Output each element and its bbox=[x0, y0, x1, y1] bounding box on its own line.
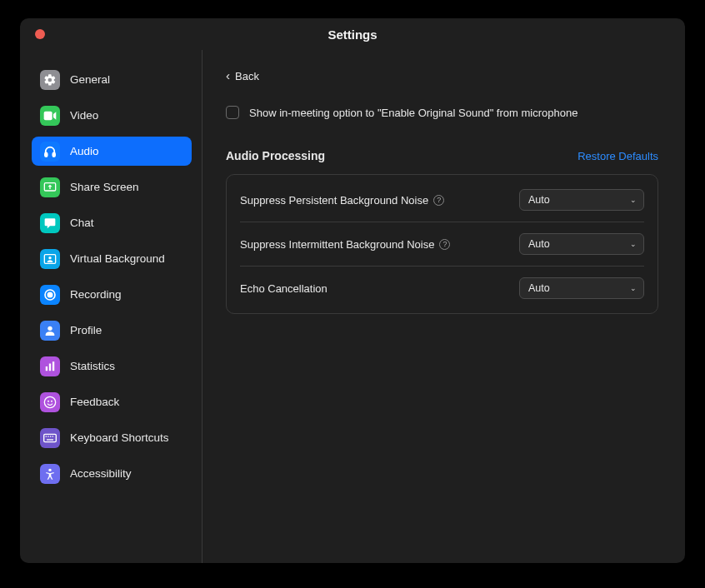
svg-rect-18 bbox=[50, 436, 51, 436]
svg-point-7 bbox=[48, 292, 52, 296]
svg-rect-2 bbox=[52, 152, 55, 157]
sidebar-item-label: Keyboard Shortcuts bbox=[70, 431, 169, 444]
sidebar-item-label: Virtual Background bbox=[70, 252, 165, 265]
sidebar-item-recording[interactable]: Recording bbox=[32, 280, 192, 309]
svg-rect-20 bbox=[47, 439, 53, 440]
svg-point-5 bbox=[48, 257, 51, 259]
setting-label: Echo Cancellation bbox=[240, 282, 328, 295]
sidebar-item-keyboard-shortcuts[interactable]: Keyboard Shortcuts bbox=[32, 423, 192, 452]
share-screen-icon bbox=[40, 177, 60, 197]
svg-rect-0 bbox=[44, 111, 52, 120]
back-button[interactable]: ‹ Back bbox=[226, 70, 259, 82]
settings-window: Settings General Video Audio bbox=[20, 18, 685, 563]
svg-rect-16 bbox=[46, 436, 47, 436]
svg-rect-17 bbox=[48, 436, 48, 436]
record-icon bbox=[40, 285, 60, 305]
sidebar-item-label: General bbox=[70, 73, 110, 86]
close-window-button[interactable] bbox=[35, 29, 45, 39]
video-icon bbox=[40, 106, 60, 126]
restore-defaults-link[interactable]: Restore Defaults bbox=[578, 150, 658, 162]
sidebar-item-feedback[interactable]: Feedback bbox=[32, 387, 192, 416]
sidebar-item-label: Audio bbox=[70, 145, 99, 157]
sidebar-item-general[interactable]: General bbox=[32, 65, 192, 94]
headphones-icon bbox=[40, 142, 60, 162]
svg-point-14 bbox=[51, 400, 52, 401]
person-bg-icon bbox=[40, 249, 60, 269]
sidebar-item-label: Recording bbox=[70, 288, 122, 301]
suppress-intermittent-noise-row: Suppress Intermittent Background Noise ?… bbox=[240, 222, 644, 267]
svg-rect-15 bbox=[44, 434, 57, 441]
svg-rect-10 bbox=[49, 363, 51, 371]
suppress-persistent-noise-select[interactable]: Auto ⌄ bbox=[519, 189, 644, 211]
original-sound-checkbox[interactable] bbox=[226, 106, 239, 119]
sidebar-item-label: Feedback bbox=[70, 396, 119, 408]
sidebar: General Video Audio Share Screen bbox=[20, 50, 202, 563]
chevron-down-icon: ⌄ bbox=[630, 284, 637, 292]
gear-icon bbox=[40, 70, 60, 90]
sidebar-item-label: Statistics bbox=[70, 360, 115, 372]
stats-icon bbox=[40, 356, 60, 376]
select-value: Auto bbox=[528, 194, 550, 206]
window-body: General Video Audio Share Screen bbox=[20, 50, 685, 563]
label-text: Suppress Intermittent Background Noise bbox=[240, 238, 434, 251]
sidebar-item-statistics[interactable]: Statistics bbox=[32, 351, 192, 381]
svg-point-21 bbox=[48, 468, 51, 471]
sidebar-item-chat[interactable]: Chat bbox=[32, 208, 192, 237]
echo-cancellation-row: Echo Cancellation Auto ⌄ bbox=[240, 267, 644, 310]
sidebar-item-label: Accessibility bbox=[70, 467, 132, 480]
chat-icon bbox=[40, 213, 60, 233]
original-sound-label: Show in-meeting option to "Enable Origin… bbox=[249, 107, 578, 119]
select-value: Auto bbox=[528, 282, 550, 294]
suppress-persistent-noise-row: Suppress Persistent Background Noise ? A… bbox=[240, 178, 644, 222]
svg-point-12 bbox=[44, 396, 55, 407]
chevron-left-icon: ‹ bbox=[226, 69, 230, 82]
setting-label: Suppress Persistent Background Noise ? bbox=[240, 194, 444, 207]
svg-rect-11 bbox=[52, 361, 54, 371]
audio-processing-panel: Suppress Persistent Background Noise ? A… bbox=[226, 174, 658, 314]
select-value: Auto bbox=[528, 238, 550, 250]
accessibility-icon bbox=[40, 464, 60, 484]
keyboard-icon bbox=[40, 428, 60, 448]
back-label: Back bbox=[235, 70, 259, 82]
echo-cancellation-select[interactable]: Auto ⌄ bbox=[519, 277, 644, 299]
sidebar-item-label: Video bbox=[70, 109, 98, 122]
feedback-icon bbox=[40, 392, 60, 412]
label-text: Suppress Persistent Background Noise bbox=[240, 194, 428, 207]
window-title: Settings bbox=[328, 27, 377, 42]
sidebar-item-label: Share Screen bbox=[70, 181, 139, 193]
label-text: Echo Cancellation bbox=[240, 282, 328, 295]
titlebar: Settings bbox=[20, 18, 685, 50]
chevron-down-icon: ⌄ bbox=[630, 240, 637, 248]
setting-label: Suppress Intermittent Background Noise ? bbox=[240, 238, 450, 251]
suppress-intermittent-noise-select[interactable]: Auto ⌄ bbox=[519, 233, 644, 255]
sidebar-item-label: Profile bbox=[70, 324, 102, 336]
section-title: Audio Processing bbox=[226, 149, 325, 162]
sidebar-item-label: Chat bbox=[70, 217, 94, 229]
traffic-lights bbox=[35, 29, 45, 39]
content-pane: ‹ Back Show in-meeting option to "Enable… bbox=[202, 50, 685, 563]
svg-rect-1 bbox=[45, 152, 48, 157]
svg-rect-9 bbox=[46, 366, 48, 371]
sidebar-item-profile[interactable]: Profile bbox=[32, 316, 192, 345]
sidebar-item-share-screen[interactable]: Share Screen bbox=[32, 172, 192, 202]
chevron-down-icon: ⌄ bbox=[630, 196, 637, 204]
svg-point-8 bbox=[48, 326, 52, 330]
sidebar-item-virtual-background[interactable]: Virtual Background bbox=[32, 244, 192, 273]
profile-icon bbox=[40, 321, 60, 341]
sidebar-item-audio[interactable]: Audio bbox=[32, 137, 192, 166]
audio-processing-header: Audio Processing Restore Defaults bbox=[226, 149, 658, 162]
original-sound-option-row: Show in-meeting option to "Enable Origin… bbox=[226, 106, 658, 119]
sidebar-item-video[interactable]: Video bbox=[32, 101, 192, 130]
sidebar-item-accessibility[interactable]: Accessibility bbox=[32, 459, 192, 488]
svg-point-13 bbox=[48, 400, 49, 401]
help-icon[interactable]: ? bbox=[433, 195, 444, 206]
svg-rect-19 bbox=[52, 436, 53, 436]
help-icon[interactable]: ? bbox=[439, 239, 450, 250]
